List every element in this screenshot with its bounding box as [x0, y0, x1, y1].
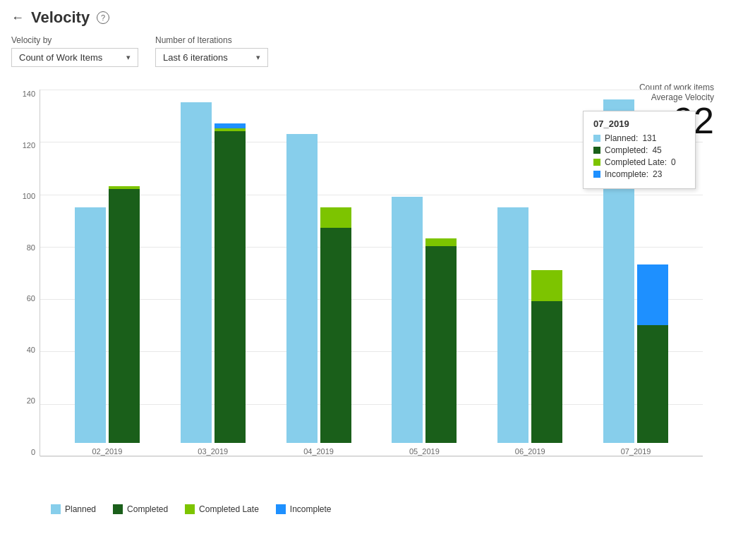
planned-bar[interactable] — [181, 102, 212, 443]
x-axis-label: 06_2019 — [515, 447, 545, 456]
legend-color-dot — [113, 504, 123, 514]
velocity-by-label: Velocity by — [11, 35, 138, 45]
tooltip-planned-value: 131 — [642, 133, 656, 143]
velocity-by-value: Count of Work Items — [19, 52, 102, 63]
iterations-dropdown[interactable]: Last 6 iterations ▾ — [155, 48, 268, 67]
grid-line — [40, 456, 703, 457]
legend-item: Planned — [51, 504, 96, 514]
legend-color-dot — [276, 504, 286, 514]
x-axis-label: 03_2019 — [198, 447, 228, 456]
legend-label: Completed — [127, 504, 168, 514]
legend-item: Completed — [113, 504, 168, 514]
tooltip-incomplete-row: Incomplete: 23 — [593, 169, 685, 179]
legend-label: Incomplete — [290, 504, 332, 514]
y-axis-label: 20 — [11, 396, 40, 405]
completed-stack-bar[interactable] — [425, 238, 457, 443]
y-axis: 020406080100120140 — [11, 90, 40, 456]
iterations-label: Number of Iterations — [155, 35, 268, 45]
tooltip: 07_2019 Planned: 131 Completed: 45 Compl… — [583, 111, 696, 189]
completed-stack-bar[interactable] — [109, 186, 140, 443]
bar-group: 02_2019 — [75, 186, 140, 456]
tooltip-completed-row: Completed: 45 — [593, 145, 685, 155]
velocity-by-filter: Velocity by Count of Work Items ▾ — [11, 35, 138, 67]
y-axis-label: 0 — [11, 448, 40, 456]
legend: PlannedCompletedCompleted LateIncomplete — [11, 499, 720, 520]
legend-item: Incomplete — [276, 504, 332, 514]
legend-color-dot — [51, 504, 61, 514]
completed-bar — [320, 228, 351, 443]
completed-bar — [215, 131, 246, 443]
page-header: ← Velocity ? — [0, 0, 731, 32]
chart-area: Count of work items Average Velocity 92 … — [0, 75, 731, 555]
tooltip-completed-late-row: Completed Late: 0 — [593, 157, 685, 167]
x-axis-label: 05_2019 — [409, 447, 440, 456]
planned-bar[interactable] — [497, 207, 528, 443]
completed-stack-bar[interactable] — [637, 264, 668, 443]
tooltip-completed-late-label: Completed Late: — [605, 157, 667, 167]
planned-dot — [593, 135, 600, 142]
plot-area: 07_2019 Planned: 131 Completed: 45 Compl… — [40, 90, 703, 456]
completed-dot — [593, 147, 600, 154]
y-axis-label: 40 — [11, 346, 40, 354]
completed-late-bar — [320, 207, 351, 229]
incomplete-bar — [215, 123, 246, 128]
completed-stack-bar[interactable] — [320, 207, 351, 443]
legend-label: Completed Late — [199, 504, 259, 514]
chart-container: 020406080100120140 07_2019 Planned: 131 … — [11, 90, 703, 499]
incomplete-dot — [593, 171, 600, 178]
filters-bar: Velocity by Count of Work Items ▾ Number… — [0, 32, 731, 75]
incomplete-bar — [637, 264, 668, 324]
iterations-filter: Number of Iterations Last 6 iterations ▾ — [155, 35, 268, 67]
completed-late-bar — [425, 238, 457, 246]
y-axis-label: 100 — [11, 192, 40, 200]
tooltip-title: 07_2019 — [593, 118, 685, 129]
completed-bar — [531, 301, 562, 443]
legend-item: Completed Late — [185, 504, 259, 514]
tooltip-planned-row: Planned: 131 — [593, 133, 685, 143]
completed-bar — [109, 189, 140, 443]
y-axis-label: 140 — [11, 90, 40, 98]
planned-bar[interactable] — [75, 207, 106, 443]
bar-group: 05_2019 — [392, 197, 457, 456]
y-axis-label: 60 — [11, 294, 40, 303]
tooltip-completed-late-value: 0 — [671, 157, 676, 167]
help-icon[interactable]: ? — [97, 11, 109, 24]
iterations-value: Last 6 iterations — [163, 52, 228, 63]
legend-color-dot — [185, 504, 195, 514]
velocity-by-dropdown[interactable]: Count of Work Items ▾ — [11, 48, 138, 67]
y-axis-label: 80 — [11, 243, 40, 252]
completed-late-bar — [531, 270, 562, 302]
bar-group: 03_2019 — [181, 102, 246, 456]
back-button[interactable]: ← — [11, 11, 24, 25]
x-axis-label: 02_2019 — [92, 447, 122, 456]
completed-stack-bar[interactable] — [531, 270, 562, 443]
x-axis-label: 04_2019 — [303, 447, 334, 456]
chevron-down-icon-2: ▾ — [256, 53, 260, 62]
planned-bar[interactable] — [392, 197, 423, 443]
tooltip-incomplete-value: 23 — [653, 169, 662, 179]
legend-label: Planned — [65, 504, 96, 514]
x-axis-label: 07_2019 — [621, 447, 651, 456]
tooltip-planned-label: Planned: — [605, 133, 638, 143]
chevron-down-icon: ▾ — [126, 53, 131, 62]
bar-group: 06_2019 — [497, 207, 562, 456]
completed-bar — [637, 325, 668, 443]
tooltip-incomplete-label: Incomplete: — [605, 169, 648, 179]
page-title: Velocity — [31, 8, 90, 27]
completed-bar — [425, 246, 457, 443]
y-axis-label: 120 — [11, 141, 40, 150]
planned-bar[interactable] — [286, 134, 318, 443]
completed-stack-bar[interactable] — [215, 123, 246, 443]
tooltip-completed-value: 45 — [652, 145, 661, 155]
completed-late-dot — [593, 159, 600, 166]
tooltip-completed-label: Completed: — [605, 145, 648, 155]
bar-group: 04_2019 — [286, 134, 351, 456]
